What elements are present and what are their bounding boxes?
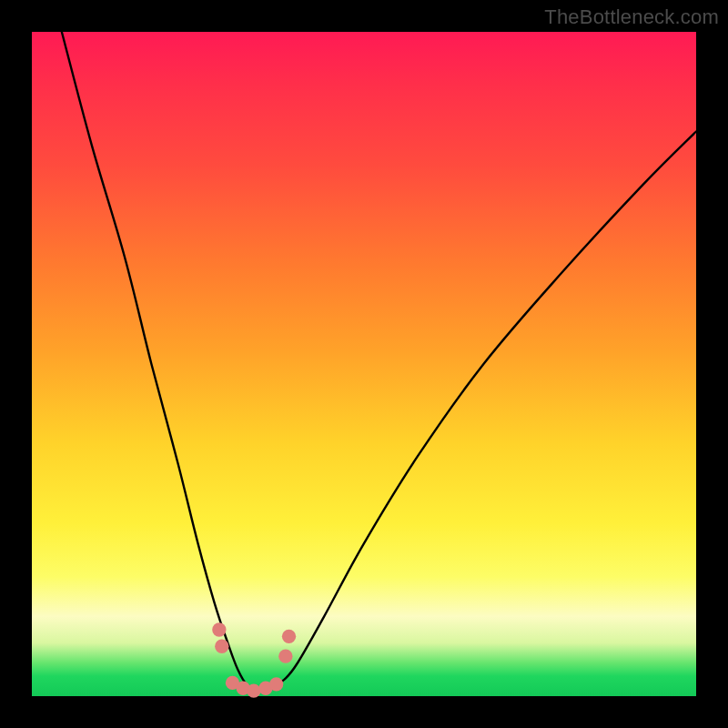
valley-marker (269, 677, 283, 691)
valley-marker (212, 622, 226, 636)
bottleneck-curve (62, 32, 696, 692)
valley-marker (278, 650, 292, 663)
valley-marker (282, 630, 296, 643)
valley-marker (215, 640, 228, 653)
chart-frame: TheBottleneck.com (0, 0, 728, 728)
bottleneck-curve-svg (32, 32, 696, 696)
watermark-text: TheBottleneck.com (544, 5, 719, 29)
valley-marker (247, 683, 260, 697)
plot-area (32, 32, 696, 696)
